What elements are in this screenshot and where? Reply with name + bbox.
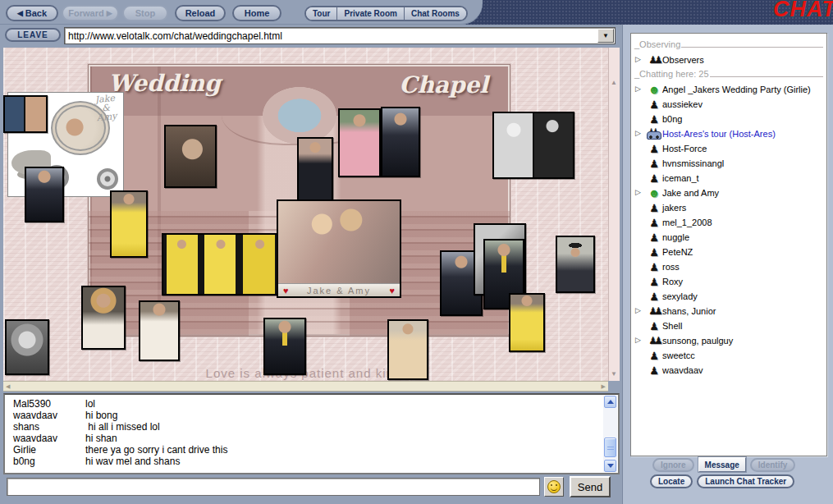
expand-arrow-icon[interactable] — [635, 129, 643, 137]
user-row[interactable]: sweetcc — [634, 348, 823, 363]
user-row[interactable]: shans, Junior — [634, 304, 823, 318]
user-name: Observers — [662, 55, 704, 65]
stop-button[interactable]: Stop — [122, 5, 168, 21]
url-dropdown-button[interactable]: ▼ — [597, 29, 614, 43]
user-icon — [646, 85, 662, 95]
avatar-photo[interactable] — [381, 107, 420, 177]
leave-button[interactable]: LEAVE — [5, 28, 61, 42]
list-row: _Chatting here: 25 — [634, 67, 823, 82]
launch-chat-tracker-button[interactable]: Launch Chat Tracker — [697, 474, 794, 488]
avatar-photo[interactable] — [5, 319, 49, 375]
user-row[interactable]: Host-Force — [634, 141, 823, 156]
chatlog-scroll-down-button[interactable] — [604, 460, 616, 472]
user-row[interactable]: Jake and Amy — [634, 186, 823, 200]
user-name: ross — [662, 262, 680, 272]
user-name: sexylady — [662, 291, 698, 301]
user-icon — [646, 321, 662, 332]
user-name: Roxy — [662, 277, 683, 286]
scroll-down-icon[interactable]: ▼ — [611, 370, 617, 378]
ignore-button[interactable]: Ignore — [652, 458, 694, 472]
home-button[interactable]: Home — [232, 5, 281, 21]
user-name: b0ng — [662, 114, 682, 124]
list-row: nuggle — [634, 230, 823, 245]
chatlog-scroll-up-button[interactable] — [604, 396, 616, 408]
chat-rooms-button[interactable]: Chat Rooms — [404, 7, 466, 20]
expand-arrow-icon[interactable] — [635, 85, 643, 93]
back-button[interactable]: ◀ Back — [6, 5, 58, 21]
avatar-photo[interactable] — [139, 300, 180, 361]
chatlog-scroll-thumb[interactable] — [604, 438, 616, 457]
user-icon — [646, 351, 662, 361]
expand-arrow-icon[interactable] — [635, 55, 643, 63]
avatar-photo[interactable] — [509, 293, 545, 352]
tracker-action-row: Locate Launch Chat Tracker — [650, 474, 794, 488]
scroll-left-icon[interactable]: ◀ — [6, 383, 10, 390]
user-row[interactable]: PeteNZ — [634, 245, 823, 259]
tour-button[interactable]: Tour — [306, 7, 336, 20]
avatar-photo[interactable] — [162, 233, 280, 296]
chat-message: Girlie there ya go sorry i cant drive th… — [13, 444, 602, 456]
user-row[interactable]: waavdaav — [634, 363, 823, 378]
message-text: hi shan — [85, 433, 117, 444]
chat-input[interactable] — [7, 478, 540, 496]
user-icon — [646, 128, 662, 140]
forward-arrow-icon: ▶ — [107, 9, 112, 17]
avatar-photo[interactable] — [387, 319, 428, 380]
user-name: jakers — [662, 203, 686, 213]
user-row[interactable]: sexylady — [634, 289, 823, 304]
expand-arrow-icon[interactable] — [635, 336, 643, 344]
user-row[interactable]: Observers — [634, 53, 823, 67]
back-arrow-icon: ◀ — [17, 9, 23, 17]
message-author: Girlie — [13, 444, 85, 456]
avatar-photo[interactable] — [297, 137, 333, 203]
chatlog-scrollbar[interactable] — [603, 396, 617, 472]
scroll-up-icon[interactable]: ▲ — [611, 79, 617, 86]
user-row[interactable]: mel_1_2008 — [634, 215, 823, 230]
user-name: Host-Force — [662, 144, 707, 153]
forward-button[interactable]: Forward ▶ — [62, 5, 119, 21]
emoji-button[interactable] — [544, 477, 564, 497]
section-rule — [710, 71, 823, 77]
avatar-photo[interactable] — [263, 318, 306, 375]
locate-button[interactable]: Locate — [650, 474, 693, 488]
user-row[interactable]: hvnsmissinangl — [634, 156, 823, 171]
address-row: LEAVE ▼ — [0, 25, 620, 48]
avatar-photo[interactable] — [338, 108, 381, 177]
reload-button[interactable]: Reload — [175, 5, 226, 21]
message-button[interactable]: Message — [698, 457, 746, 472]
avatar-photo[interactable] — [492, 112, 574, 179]
avatar-photo[interactable] — [110, 190, 148, 258]
private-room-button[interactable]: Private Room — [336, 7, 403, 20]
user-row[interactable]: sunsong, paulguy — [634, 333, 823, 348]
user-row[interactable]: nuggle — [634, 230, 823, 245]
user-row[interactable]: aussiekev — [634, 97, 823, 112]
couple-photo[interactable]: ♥ Jake & Amy ♥ — [277, 199, 401, 298]
chat-message: waavdaav hi bong — [13, 410, 602, 421]
user-row[interactable]: ross — [634, 259, 823, 274]
user-row[interactable]: Roxy — [634, 274, 823, 289]
avatar-photo[interactable] — [25, 167, 64, 222]
top-toolbar: CHAT ◀ Back Forward ▶ Stop Reload Home T… — [0, 0, 833, 25]
avatar-photo[interactable] — [81, 286, 126, 350]
user-row[interactable]: Angel _Jakers Wedding Party (Girlie) — [634, 82, 823, 97]
user-row[interactable]: jakers — [634, 200, 823, 215]
scroll-right-icon[interactable]: ▶ — [602, 383, 606, 390]
avatar-photo[interactable] — [164, 125, 217, 188]
expand-arrow-icon[interactable] — [635, 188, 643, 196]
url-input[interactable] — [65, 28, 597, 44]
avatar-photo[interactable] — [556, 236, 595, 293]
message-author: waavdaav — [13, 410, 85, 421]
message-author: Mal5390 — [13, 398, 85, 410]
chat-room-canvas: Wedding Chapel Jake & Amy ♥ Jake & Amy ♥… — [3, 48, 608, 381]
send-button[interactable]: Send — [570, 476, 611, 497]
expand-arrow-icon[interactable] — [635, 306, 643, 314]
main-horizontal-scrollbar[interactable]: ◀ ▶ — [3, 381, 608, 392]
user-row[interactable]: Host-Ares's tour (Host-Ares) — [634, 126, 823, 141]
avatar-photo[interactable] — [3, 95, 48, 133]
identify-button[interactable]: Identify — [750, 458, 796, 472]
user-row[interactable]: Shell — [634, 318, 823, 333]
main-vertical-scrollbar[interactable]: ▲ ▼ — [608, 48, 620, 381]
list-row: sexylady — [634, 289, 823, 304]
user-row[interactable]: b0ng — [634, 112, 823, 126]
user-row[interactable]: iceman_t — [634, 171, 823, 186]
